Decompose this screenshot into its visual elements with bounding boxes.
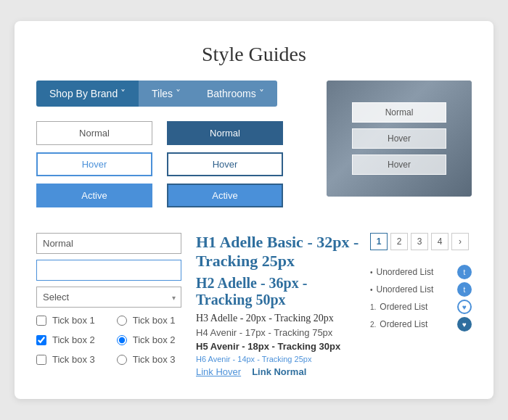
page-1-button[interactable]: 1 bbox=[370, 233, 388, 250]
radio-col-1: Tick box 1 Tick box 2 Tick box 3 bbox=[117, 315, 176, 365]
radio-item-3[interactable]: Tick box 3 bbox=[117, 354, 176, 365]
checkbox-item-2[interactable]: Tick box 2 bbox=[36, 334, 95, 345]
dark-active-button[interactable]: Active bbox=[167, 184, 283, 207]
top-left: Shop By Brand ˅ Tiles ˅ Bathrooms ˅ Norm… bbox=[36, 81, 312, 222]
tab-brand[interactable]: Shop By Brand ˅ bbox=[36, 81, 139, 107]
buttons-section: Normal Hover Active Normal Hover Active bbox=[36, 121, 312, 207]
heart-outline-icon[interactable]: ♥ bbox=[457, 300, 472, 314]
checkbox-section: Tick box 1 Tick box 2 Tick box 3 Tick bo… bbox=[36, 315, 181, 365]
radio-3[interactable] bbox=[117, 355, 127, 365]
page-3-button[interactable]: 3 bbox=[411, 233, 428, 250]
h6-typography: H6 Avenir - 14px - Tracking 25px bbox=[196, 355, 359, 363]
image-background: Normal Hover Hover bbox=[327, 81, 472, 197]
lists-section: • Unordered List t • Unordered List t bbox=[370, 265, 472, 332]
radio-label-1: Tick box 1 bbox=[133, 315, 176, 326]
checkbox-1[interactable] bbox=[36, 316, 46, 326]
form-section: Normal Select ▾ bbox=[36, 233, 181, 308]
bullet-icon-2: • bbox=[370, 286, 373, 294]
light-buttons-col: Normal Hover Active bbox=[36, 121, 152, 207]
select-wrapper: Select ▾ bbox=[36, 287, 181, 308]
image-panel: Normal Hover Hover bbox=[327, 81, 472, 197]
page-4-button[interactable]: 4 bbox=[431, 233, 448, 250]
dark-buttons-col: Normal Hover Active bbox=[167, 121, 283, 207]
h4-typography: H4 Avenir - 17px - Tracking 75px bbox=[196, 327, 359, 338]
page-2-button[interactable]: 2 bbox=[390, 233, 408, 250]
radio-item-2[interactable]: Tick box 2 bbox=[117, 334, 176, 345]
dark-hover-button[interactable]: Hover bbox=[167, 152, 283, 176]
heart-filled-icon[interactable]: ♥ bbox=[457, 317, 472, 332]
h5-typography: H5 Avenir - 18px - Tracking 30px bbox=[196, 341, 359, 352]
twitter-icon-1[interactable]: t bbox=[457, 265, 472, 279]
unordered-list-label-1: Unordered List bbox=[377, 267, 434, 277]
checkbox-label-3: Tick box 3 bbox=[52, 354, 95, 365]
ordered-list-item-1: 1. Ordered List ♥ bbox=[370, 300, 472, 314]
checkbox-label-2: Tick box 2 bbox=[52, 334, 95, 345]
bottom-left: Normal Select ▾ Tick box 1 bbox=[36, 233, 181, 377]
unordered-list-item-1: • Unordered List t bbox=[370, 265, 472, 279]
normal-input[interactable]: Normal bbox=[36, 233, 181, 254]
checkbox-item-3[interactable]: Tick box 3 bbox=[36, 354, 95, 365]
bottom-row: Normal Select ▾ Tick box 1 bbox=[36, 233, 472, 377]
h2-typography: H2 Adelle - 36px - Tracking 50px bbox=[196, 275, 359, 308]
link-section: Link Hover Link Normal bbox=[196, 366, 359, 377]
side-widgets: 1 2 3 4 › • Unordered List t bbox=[370, 233, 472, 377]
light-normal-button[interactable]: Normal bbox=[36, 121, 152, 145]
tab-bathrooms[interactable]: Bathrooms ˅ bbox=[194, 81, 277, 107]
ordered-bullet-2: 2. bbox=[370, 321, 376, 329]
link-normal[interactable]: Link Normal bbox=[252, 366, 306, 377]
link-hover[interactable]: Link Hover bbox=[196, 366, 241, 377]
main-card: Style Guides Shop By Brand ˅ Tiles ˅ Bat… bbox=[15, 21, 493, 399]
h3-typography: H3 Adelle - 20px - Tracking 20px bbox=[196, 313, 359, 324]
overlay-normal-button[interactable]: Normal bbox=[352, 102, 446, 123]
ordered-bullet-1: 1. bbox=[370, 303, 376, 311]
checkbox-col-1: Tick box 1 Tick box 2 Tick box 3 bbox=[36, 315, 95, 365]
checkbox-label-1: Tick box 1 bbox=[52, 315, 95, 326]
bottom-right: H1 Adelle Basic - 32px - Tracking 25px H… bbox=[196, 233, 472, 377]
radio-label-2: Tick box 2 bbox=[133, 334, 176, 345]
select-dropdown[interactable]: Select bbox=[36, 287, 181, 308]
radio-item-1[interactable]: Tick box 1 bbox=[117, 315, 176, 326]
dark-normal-button[interactable]: Normal bbox=[167, 121, 283, 145]
active-input[interactable] bbox=[36, 260, 181, 281]
page-title: Style Guides bbox=[36, 43, 472, 66]
checkbox-3[interactable] bbox=[36, 355, 46, 365]
radio-1[interactable] bbox=[117, 316, 127, 326]
pagination: 1 2 3 4 › bbox=[370, 233, 472, 250]
overlay-hover-button-2[interactable]: Hover bbox=[352, 155, 446, 175]
checkbox-item-1[interactable]: Tick box 1 bbox=[36, 315, 95, 326]
h1-typography: H1 Adelle Basic - 32px - Tracking 25px bbox=[196, 233, 359, 271]
top-row: Shop By Brand ˅ Tiles ˅ Bathrooms ˅ Norm… bbox=[36, 81, 472, 222]
bullet-icon-1: • bbox=[370, 268, 373, 276]
ordered-list-item-2: 2. Ordered List ♥ bbox=[370, 317, 472, 332]
unordered-list-item-2: • Unordered List t bbox=[370, 282, 472, 297]
checkbox-2[interactable] bbox=[36, 335, 46, 345]
radio-label-3: Tick box 3 bbox=[133, 354, 176, 365]
twitter-icon-2[interactable]: t bbox=[457, 282, 472, 297]
overlay-buttons: Normal Hover Hover bbox=[352, 102, 446, 175]
typography-col: H1 Adelle Basic - 32px - Tracking 25px H… bbox=[196, 233, 359, 377]
ordered-list-label-1: Ordered List bbox=[380, 302, 427, 312]
light-hover-button[interactable]: Hover bbox=[36, 152, 152, 176]
unordered-list-label-2: Unordered List bbox=[377, 284, 434, 295]
overlay-hover-button-1[interactable]: Hover bbox=[352, 128, 446, 149]
ordered-list-label-2: Ordered List bbox=[380, 319, 427, 329]
radio-2[interactable] bbox=[117, 335, 127, 345]
light-active-button[interactable]: Active bbox=[36, 184, 152, 207]
page-next-button[interactable]: › bbox=[451, 233, 469, 250]
nav-tabs: Shop By Brand ˅ Tiles ˅ Bathrooms ˅ bbox=[36, 81, 312, 107]
tab-tiles[interactable]: Tiles ˅ bbox=[139, 81, 194, 107]
